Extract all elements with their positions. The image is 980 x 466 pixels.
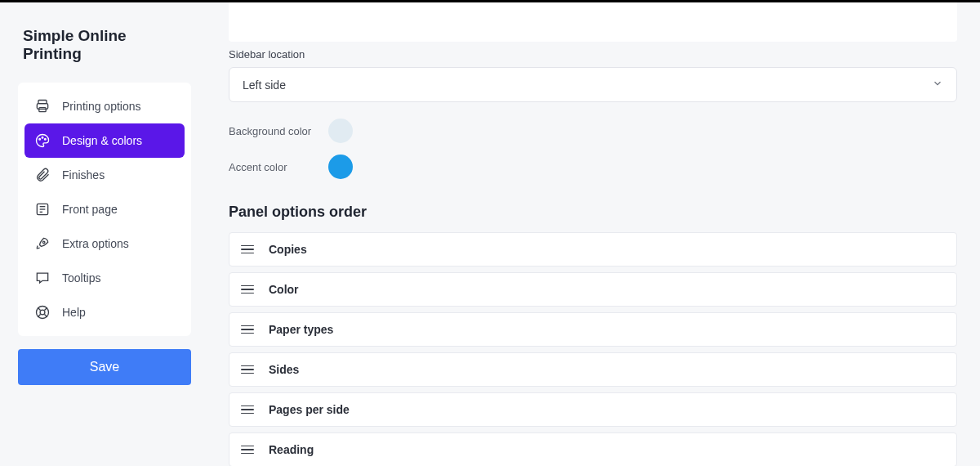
sidebar-location-value: Left side — [243, 78, 286, 92]
rocket-icon — [34, 235, 51, 252]
help-icon — [34, 304, 51, 320]
panel-options-heading: Panel options order — [229, 204, 957, 221]
panel-option-row[interactable]: Copies — [229, 232, 957, 267]
svg-line-16 — [45, 315, 47, 317]
panel-options-list: CopiesColorPaper typesSidesPages per sid… — [229, 232, 957, 466]
panel-option-label: Color — [269, 283, 299, 296]
newspaper-icon — [34, 201, 51, 217]
panel-option-row[interactable]: Color — [229, 272, 957, 307]
drag-handle-icon[interactable] — [241, 406, 254, 414]
background-color-swatch[interactable] — [328, 119, 353, 143]
chevron-down-icon — [932, 78, 943, 92]
main-content: Sidebar location Left side Background co… — [203, 2, 980, 466]
sidebar-item-printing-options[interactable]: Printing options — [24, 89, 185, 123]
svg-point-4 — [42, 137, 43, 138]
sidebar-item-extra-options[interactable]: Extra options — [24, 226, 185, 261]
accent-color-row: Accent color — [229, 155, 957, 179]
svg-point-5 — [45, 139, 47, 141]
drag-handle-icon[interactable] — [241, 446, 254, 455]
sidebar-location-select[interactable]: Left side — [229, 67, 957, 102]
sidebar-item-front-page[interactable]: Front page — [24, 192, 185, 226]
sidebar-item-tooltips[interactable]: Tooltips — [24, 261, 185, 295]
sidebar-item-design-colors[interactable]: Design & colors — [24, 123, 185, 158]
drag-handle-icon[interactable] — [241, 245, 254, 254]
svg-line-14 — [45, 307, 47, 310]
accent-color-swatch[interactable] — [328, 155, 353, 179]
panel-option-label: Sides — [269, 363, 299, 376]
svg-point-10 — [42, 241, 45, 244]
sidebar-item-label: Finishes — [62, 168, 105, 181]
svg-line-15 — [38, 315, 40, 317]
sidebar-item-label: Front page — [62, 203, 118, 216]
panel-option-label: Pages per side — [269, 403, 350, 416]
panel-option-row[interactable]: Reading — [229, 432, 957, 466]
svg-line-13 — [38, 307, 40, 310]
drag-handle-icon[interactable] — [241, 285, 254, 294]
sidebar-item-label: Help — [62, 306, 86, 319]
accent-color-label: Accent color — [229, 161, 317, 173]
printer-icon — [34, 98, 51, 114]
panel-option-row[interactable]: Sides — [229, 352, 957, 387]
message-icon — [34, 270, 51, 286]
drag-handle-icon[interactable] — [241, 365, 254, 374]
sidebar-item-label: Printing options — [62, 100, 141, 113]
save-button[interactable]: Save — [18, 349, 191, 385]
svg-rect-2 — [39, 108, 46, 112]
panel-option-row[interactable]: Paper types — [229, 312, 957, 347]
drag-handle-icon[interactable] — [241, 325, 254, 334]
background-color-row: Background color — [229, 119, 957, 143]
panel-option-row[interactable]: Pages per side — [229, 392, 957, 427]
app-title: Simple Online Printing — [0, 2, 203, 83]
panel-option-label: Paper types — [269, 323, 333, 336]
top-panel — [229, 2, 957, 42]
sidebar-item-help[interactable]: Help — [24, 295, 185, 329]
sidebar: Simple Online Printing Printing options … — [0, 2, 203, 466]
sidebar-item-label: Tooltips — [62, 271, 100, 285]
svg-point-3 — [39, 139, 41, 141]
svg-point-12 — [40, 310, 45, 315]
sidebar-item-label: Extra options — [62, 237, 129, 250]
sidebar-location-label: Sidebar location — [229, 48, 957, 60]
sidebar-item-label: Design & colors — [62, 134, 142, 147]
palette-icon — [34, 132, 51, 149]
sidebar-nav: Printing options Design & colors Finishe… — [18, 83, 191, 336]
panel-option-label: Reading — [269, 443, 314, 456]
panel-option-label: Copies — [269, 243, 307, 256]
sidebar-item-finishes[interactable]: Finishes — [24, 158, 185, 192]
paperclip-icon — [34, 167, 51, 183]
background-color-label: Background color — [229, 125, 317, 137]
